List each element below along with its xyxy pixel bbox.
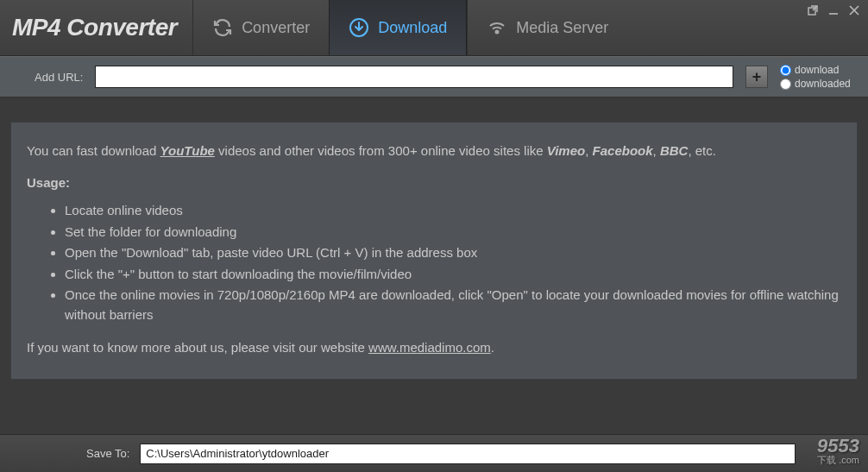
minimize-icon[interactable] (827, 3, 840, 17)
tab-label: Converter (242, 19, 310, 37)
save-label: Save To: (86, 447, 129, 460)
tab-label: Media Server (516, 19, 608, 37)
popout-icon[interactable] (806, 3, 820, 17)
tab-download[interactable]: Download (329, 0, 467, 55)
radio-download[interactable]: download (780, 64, 859, 76)
tab-converter[interactable]: Converter (192, 0, 329, 55)
list-item: Locate online videos (65, 201, 841, 221)
download-icon (349, 17, 369, 38)
wifi-icon (487, 17, 507, 38)
content-area: You can fast download YouTube videos and… (0, 98, 868, 380)
list-item: Set the folder for downloading (65, 223, 841, 242)
title-bar: MP4 Converter Converter Download Media S… (0, 0, 868, 56)
close-icon[interactable] (847, 3, 861, 17)
list-item: Click the "+" button to start downloadin… (65, 265, 841, 285)
url-input[interactable] (95, 66, 733, 88)
usage-list: Locate online videos Set the folder for … (27, 201, 841, 324)
save-bar: Save To: (0, 434, 868, 472)
refresh-icon (212, 17, 233, 38)
filter-radio-group: download downloaded (780, 64, 859, 90)
app-title: MP4 Converter (0, 14, 192, 41)
info-panel: You can fast download YouTube videos and… (10, 122, 858, 380)
save-path-input[interactable] (140, 444, 796, 464)
website-link[interactable]: www.mediadimo.com (368, 340, 491, 355)
url-bar: Add URL: + download downloaded (0, 56, 868, 98)
tab-media-server[interactable]: Media Server (467, 0, 627, 55)
list-item: Open the "Download" tab, paste video URL… (65, 243, 841, 263)
svg-point-1 (496, 31, 499, 34)
tab-strip: Converter Download Media Server (192, 0, 627, 55)
youtube-link[interactable]: YouTube (160, 143, 215, 158)
radio-downloaded[interactable]: downloaded (780, 78, 859, 90)
intro-text: You can fast download YouTube videos and… (27, 142, 841, 161)
window-controls (806, 3, 861, 17)
list-item: Once the online movies in 720p/1080p/216… (65, 286, 841, 324)
url-label: Add URL: (35, 71, 83, 84)
more-info-text: If you want to know more about us, pleas… (27, 338, 841, 358)
usage-heading: Usage: (27, 173, 841, 193)
tab-label: Download (378, 19, 447, 37)
add-url-button[interactable]: + (745, 66, 768, 88)
